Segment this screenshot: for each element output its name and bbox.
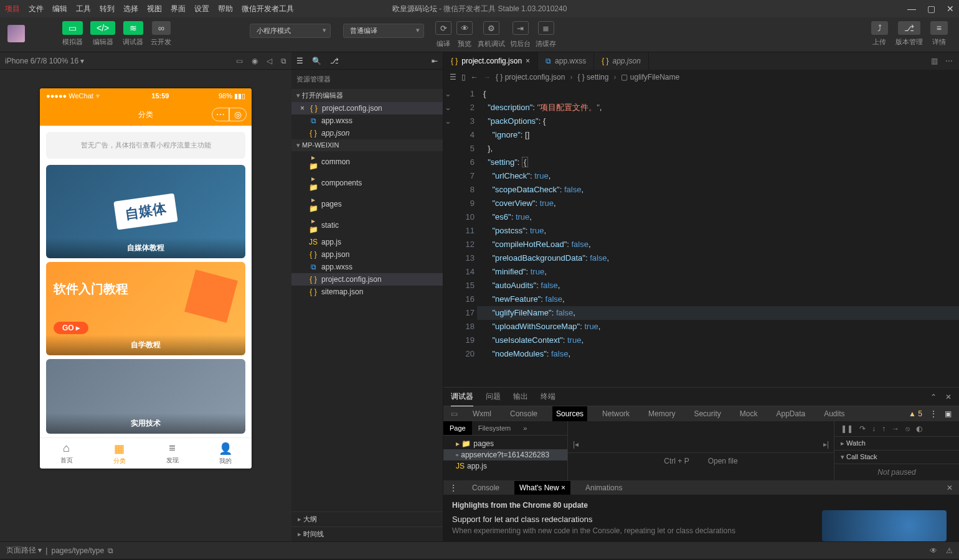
file-components[interactable]: ▸ 📁components xyxy=(291,172,443,194)
menu-5[interactable]: 选择 xyxy=(123,4,138,14)
devtools-tab-AppData[interactable]: AppData xyxy=(772,406,809,421)
editor-tab-app.json[interactable]: { }app.json xyxy=(594,52,649,70)
sources-filesystem-tab[interactable]: Filesystem xyxy=(472,421,517,435)
devtools-tab-Mock[interactable]: Mock xyxy=(736,406,762,421)
code-line-12[interactable]: "compileHotReLoad": false, xyxy=(483,238,959,251)
maximize-icon[interactable]: ▢ xyxy=(927,4,935,14)
source-appservice?t=1614326283[interactable]: ▫appservice?t=1614326283 xyxy=(443,449,567,460)
path-label[interactable]: 页面路径 ▾ xyxy=(6,545,42,556)
split-icon[interactable]: ▥ xyxy=(931,57,938,65)
panel-tab-调试器[interactable]: 调试器 xyxy=(451,388,473,406)
warning-icon[interactable]: ⚠ xyxy=(946,546,953,555)
code-line-14[interactable]: "minified": true, xyxy=(483,265,959,279)
tool-调试器[interactable]: ≋ xyxy=(123,21,143,35)
prev-icon[interactable]: |◂ xyxy=(573,440,579,449)
editor-tab-project.config.json[interactable]: { }project.config.json× xyxy=(443,52,538,70)
file-project.config.json[interactable]: ×{ }project.config.json xyxy=(291,102,443,114)
panel-tab-终端[interactable]: 终端 xyxy=(541,388,555,406)
code-line-1[interactable]: { xyxy=(483,87,959,101)
panel-tab-问题[interactable]: 问题 xyxy=(486,388,501,406)
watch-section[interactable]: Watch xyxy=(834,437,959,450)
menu-8[interactable]: 设置 xyxy=(194,4,209,14)
pause-exception-icon[interactable]: ◐ xyxy=(916,424,922,433)
code-line-9[interactable]: "coverView": true, xyxy=(483,197,959,210)
tabbar-首页[interactable]: ⌂首页 xyxy=(40,438,93,469)
code-line-17[interactable]: "uglifyFileName": false, xyxy=(477,306,959,320)
tabbar-我的[interactable]: 👤我的 xyxy=(199,438,252,469)
card-zimeiti[interactable]: 自媒体 自媒体教程 xyxy=(46,165,245,258)
menu-0[interactable]: 项目 xyxy=(5,4,20,14)
list-icon[interactable]: ☰ xyxy=(450,73,456,82)
drawer-whatsnew-tab[interactable]: What's New × xyxy=(514,481,570,495)
menu-9[interactable]: 帮助 xyxy=(218,4,233,14)
step-over-icon[interactable]: ↷ xyxy=(859,424,866,433)
tool-编辑器[interactable]: </> xyxy=(90,21,115,35)
compile-dropdown[interactable]: 普通编译 xyxy=(343,24,424,38)
drawer-animations-tab[interactable]: Animations xyxy=(580,481,627,495)
code-line-10[interactable]: "es6": true, xyxy=(483,210,959,224)
file-app.js[interactable]: JSapp.js xyxy=(291,236,443,248)
dock-icon[interactable]: ▣ xyxy=(945,409,952,418)
menu-3[interactable]: 工具 xyxy=(76,4,91,14)
record-icon[interactable]: ◉ xyxy=(252,57,258,65)
next-icon[interactable]: ▸| xyxy=(823,440,829,449)
devtools-tab-Console[interactable]: Console xyxy=(506,406,541,421)
close-icon[interactable]: ✕ xyxy=(947,4,954,14)
code-line-15[interactable]: "autoAudits": false, xyxy=(483,279,959,292)
panel-close-icon[interactable]: ✕ xyxy=(945,393,952,401)
menu-6[interactable]: 视图 xyxy=(147,4,162,14)
file-project.config.json[interactable]: { }project.config.json xyxy=(291,273,443,286)
source-app.js[interactable]: JSapp.js xyxy=(443,460,567,472)
forward-icon[interactable]: → xyxy=(483,73,491,82)
devtools-tab-Memory[interactable]: Memory xyxy=(645,406,679,421)
phone-preview[interactable]: ●●●●● WeChat ᯤ 15:59 98% ▮▮▯ 分类 ⋯ ◎ 暂无广告… xyxy=(40,88,252,469)
branch-icon[interactable]: ⎇ xyxy=(330,57,339,65)
inspect-icon[interactable]: ▭ xyxy=(451,409,458,418)
device-selector[interactable]: iPhone 6/7/8 100% 16 ▾ xyxy=(5,57,84,65)
tool-编译[interactable]: ⟳ xyxy=(435,21,451,35)
file-pages[interactable]: ▸ 📁pages xyxy=(291,194,443,215)
devtools-tab-Audits[interactable]: Audits xyxy=(820,406,848,421)
devtools-tab-Wxml[interactable]: Wxml xyxy=(469,406,495,421)
file-app.json[interactable]: { }app.json xyxy=(291,248,443,261)
code-line-18[interactable]: "uploadWithSourceMap": true, xyxy=(483,320,959,334)
callstack-section[interactable]: Call Stack xyxy=(834,450,959,464)
code-line-5[interactable]: }, xyxy=(483,142,959,156)
more-icon[interactable]: ⋯ xyxy=(945,57,953,65)
code-line-16[interactable]: "newFeature": false, xyxy=(483,292,959,306)
tabbar-分类[interactable]: ▦分类 xyxy=(93,438,146,469)
panel-up-icon[interactable]: ⌃ xyxy=(930,393,937,401)
tool-上传[interactable]: ⤴ xyxy=(871,21,888,35)
sources-more-icon[interactable]: » xyxy=(517,421,533,435)
mute-icon[interactable]: ◁ xyxy=(267,57,272,65)
file-static[interactable]: ▸ 📁static xyxy=(291,215,443,236)
code-line-3[interactable]: "packOptions": { xyxy=(483,114,959,128)
source-pages[interactable]: ▸ 📁pages xyxy=(443,438,567,449)
outline-section[interactable]: 大纲 xyxy=(291,511,443,526)
deactivate-bp-icon[interactable]: ⍉ xyxy=(905,424,910,433)
menu-4[interactable]: 转到 xyxy=(100,4,115,14)
devtools-tab-Sources[interactable]: Sources xyxy=(552,406,587,421)
step-out-icon[interactable]: ↑ xyxy=(882,424,886,433)
detach-icon[interactable]: ⧉ xyxy=(281,57,286,65)
code-line-2[interactable]: "description": "项目配置文件。", xyxy=(483,101,959,114)
menu-10[interactable]: 微信开发者工具 xyxy=(242,4,294,14)
card-zixue[interactable]: 软件入门教程 GO ▸ 自学教程 xyxy=(46,262,245,355)
step-icon[interactable]: → xyxy=(892,424,899,433)
code-line-4[interactable]: "ignore": [] xyxy=(483,128,959,142)
code-line-13[interactable]: "preloadBackgroundData": false, xyxy=(483,251,959,265)
drawer-console-tab[interactable]: Console xyxy=(467,481,504,495)
file-app.wxss[interactable]: ⧉app.wxss xyxy=(291,114,443,127)
code-line-7[interactable]: "urlCheck": true, xyxy=(483,169,959,183)
code-line-6[interactable]: "setting": { xyxy=(483,156,959,169)
tool-切后台[interactable]: ⇥ xyxy=(513,21,529,35)
mode-dropdown[interactable]: 小程序模式 xyxy=(250,24,331,38)
avatar[interactable] xyxy=(7,25,25,42)
devtools-tab-Security[interactable]: Security xyxy=(690,406,724,421)
eye-icon[interactable]: 👁 xyxy=(930,546,937,555)
open-editors-section[interactable]: 打开的编辑器 xyxy=(291,89,443,102)
tool-详情[interactable]: ≡ xyxy=(930,21,948,35)
menu-7[interactable]: 界面 xyxy=(171,4,186,14)
timeline-section[interactable]: 时间线 xyxy=(291,526,443,541)
tabbar-发现[interactable]: ≡发现 xyxy=(146,438,199,469)
